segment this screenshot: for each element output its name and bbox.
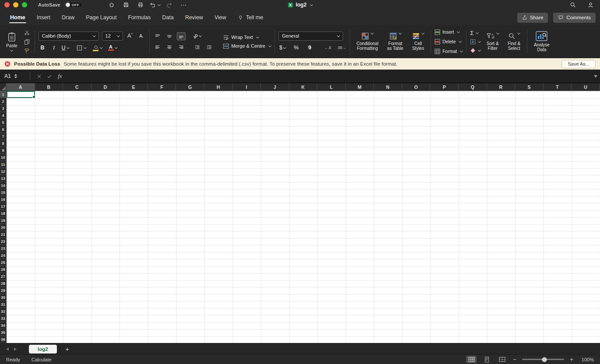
- number-format-select[interactable]: General: [278, 32, 343, 41]
- row-header-24[interactable]: 24: [0, 252, 7, 259]
- row-header-18[interactable]: 18: [0, 210, 7, 217]
- orientation-button[interactable]: ab: [193, 32, 201, 40]
- analyse-data-button[interactable]: AnalyseData: [531, 31, 553, 52]
- undo-button[interactable]: [150, 1, 160, 9]
- column-header-J[interactable]: J: [261, 83, 289, 91]
- increase-decimal-button[interactable]: ←.0: [323, 44, 332, 52]
- bold-button[interactable]: B: [39, 44, 47, 52]
- account-button[interactable]: [585, 1, 596, 9]
- row-header-2[interactable]: 2: [0, 98, 7, 105]
- more-commands-button[interactable]: ⋯: [179, 1, 189, 9]
- format-cells-button[interactable]: Format: [435, 48, 463, 55]
- decrease-indent-button[interactable]: [193, 43, 202, 51]
- column-header-F[interactable]: F: [148, 83, 176, 91]
- merge-centre-button[interactable]: Merge & Centre: [223, 43, 271, 49]
- column-header-T[interactable]: T: [544, 83, 572, 91]
- row-header-30[interactable]: 30: [0, 294, 7, 301]
- column-header-S[interactable]: S: [515, 83, 544, 91]
- column-header-D[interactable]: D: [91, 83, 120, 91]
- page-break-view-button[interactable]: [497, 356, 507, 363]
- save-as-button[interactable]: Save As...: [561, 60, 596, 68]
- align-right-button[interactable]: [177, 43, 186, 51]
- currency-format-button[interactable]: $: [278, 44, 287, 52]
- decrease-decimal-button[interactable]: .00→: [337, 44, 346, 52]
- tab-data[interactable]: Data: [156, 10, 179, 25]
- row-header-19[interactable]: 19: [0, 217, 7, 224]
- row-header-7[interactable]: 7: [0, 133, 7, 140]
- fill-color-button[interactable]: [93, 44, 102, 52]
- align-middle-button[interactable]: [165, 32, 174, 40]
- tab-review[interactable]: Review: [179, 10, 209, 25]
- row-header-14[interactable]: 14: [0, 182, 7, 189]
- name-box-stepper[interactable]: [14, 74, 17, 78]
- row-header-8[interactable]: 8: [0, 140, 7, 147]
- row-header-5[interactable]: 5: [0, 119, 7, 126]
- format-painter-button[interactable]: [23, 48, 31, 54]
- wrap-text-button[interactable]: Wrap Text: [223, 35, 271, 40]
- column-header-P[interactable]: P: [430, 83, 459, 91]
- row-header-28[interactable]: 28: [0, 280, 7, 287]
- row-header-1[interactable]: 1: [0, 91, 7, 98]
- close-window-button[interactable]: [4, 2, 10, 7]
- minimize-window-button[interactable]: [13, 2, 18, 7]
- italic-button[interactable]: I: [50, 44, 58, 52]
- column-header-I[interactable]: I: [233, 83, 261, 91]
- font-name-select[interactable]: Calibri (Body): [39, 32, 99, 41]
- cell-grid[interactable]: [7, 91, 600, 343]
- column-header-O[interactable]: O: [402, 83, 431, 91]
- fullscreen-window-button[interactable]: [22, 2, 27, 7]
- paste-button[interactable]: Paste: [4, 32, 20, 52]
- row-header-9[interactable]: 9: [0, 147, 7, 154]
- row-header-15[interactable]: 15: [0, 189, 7, 196]
- zoom-slider-thumb[interactable]: [542, 357, 547, 362]
- percent-format-button[interactable]: %: [292, 44, 300, 52]
- row-header-32[interactable]: 32: [0, 308, 7, 315]
- column-header-G[interactable]: G: [176, 83, 204, 91]
- selected-cell[interactable]: [7, 91, 35, 98]
- row-header-23[interactable]: 23: [0, 245, 7, 252]
- add-sheet-button[interactable]: +: [63, 345, 72, 353]
- cancel-entry-button[interactable]: [34, 74, 44, 79]
- cut-button[interactable]: [23, 29, 31, 36]
- column-header-R[interactable]: R: [487, 83, 516, 91]
- zoom-level[interactable]: 100%: [579, 357, 594, 362]
- formula-bar-expand-button[interactable]: [594, 75, 597, 77]
- clear-button[interactable]: [470, 47, 481, 54]
- column-header-L[interactable]: L: [317, 83, 346, 91]
- column-header-E[interactable]: E: [119, 83, 148, 91]
- row-header-10[interactable]: 10: [0, 154, 7, 161]
- tab-insert[interactable]: Insert: [31, 10, 56, 25]
- comments-button[interactable]: Comments: [553, 13, 596, 23]
- row-header-16[interactable]: 16: [0, 196, 7, 203]
- column-header-Q[interactable]: Q: [459, 83, 487, 91]
- document-title[interactable]: log2: [288, 0, 313, 10]
- row-header-11[interactable]: 11: [0, 161, 7, 168]
- column-header-N[interactable]: N: [374, 83, 402, 91]
- row-header-34[interactable]: 34: [0, 322, 7, 329]
- zoom-slider[interactable]: [522, 359, 564, 360]
- increase-indent-button[interactable]: [205, 43, 214, 51]
- cell-styles-button[interactable]: CellStyles: [409, 32, 427, 51]
- row-header-20[interactable]: 20: [0, 224, 7, 231]
- formula-input[interactable]: [65, 70, 594, 83]
- spotlight-search-button[interactable]: [568, 1, 578, 9]
- row-header-33[interactable]: 33: [0, 315, 7, 322]
- sheet-tab-log2[interactable]: log2: [29, 345, 57, 354]
- row-header-27[interactable]: 27: [0, 273, 7, 280]
- font-size-select[interactable]: 12: [102, 32, 123, 41]
- tab-page-layout[interactable]: Page Layout: [80, 10, 122, 25]
- row-header-4[interactable]: 4: [0, 112, 7, 119]
- row-header-17[interactable]: 17: [0, 203, 7, 210]
- delete-cells-button[interactable]: Delete: [435, 38, 463, 46]
- column-header-K[interactable]: K: [289, 83, 318, 91]
- align-top-button[interactable]: [153, 32, 162, 40]
- zoom-out-button[interactable]: −: [512, 356, 517, 363]
- column-header-H[interactable]: H: [204, 83, 233, 91]
- previous-sheet-button[interactable]: [4, 347, 11, 351]
- row-header-12[interactable]: 12: [0, 168, 7, 175]
- enter-entry-button[interactable]: [44, 74, 55, 79]
- row-header-26[interactable]: 26: [0, 266, 7, 273]
- autosum-button[interactable]: Σ: [470, 29, 481, 36]
- format-as-table-button[interactable]: Formatas Table: [384, 32, 407, 51]
- row-header-25[interactable]: 25: [0, 259, 7, 266]
